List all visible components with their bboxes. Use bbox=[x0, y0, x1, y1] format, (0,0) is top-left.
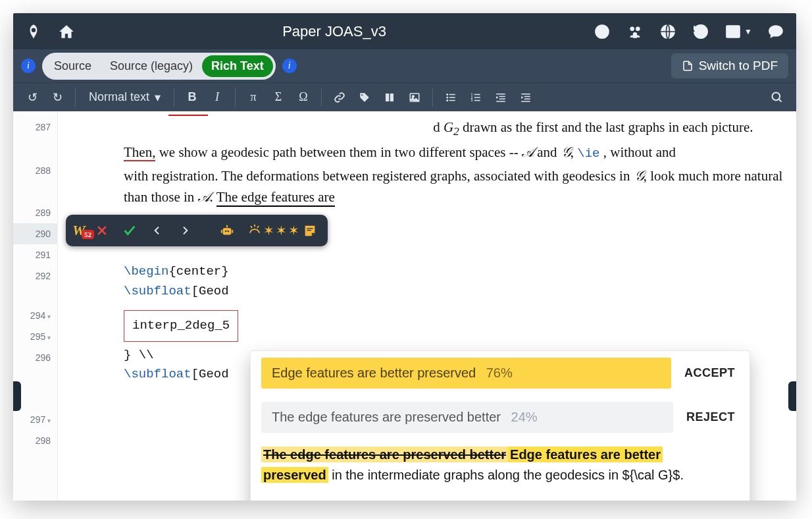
info-icon[interactable]: i bbox=[282, 59, 297, 73]
book-button[interactable] bbox=[378, 86, 401, 109]
logo-icon[interactable] bbox=[18, 16, 49, 47]
svg-point-15 bbox=[446, 99, 448, 101]
svg-rect-25 bbox=[499, 98, 505, 99]
math-symbol: 𝒜 bbox=[522, 144, 534, 160]
svg-rect-16 bbox=[449, 99, 455, 101]
math-subscript: 2 bbox=[453, 124, 459, 138]
latex-command: \subfloat bbox=[124, 367, 191, 381]
line-gutter: 287 288 289 290 291 292 294 295 296 297 … bbox=[13, 111, 58, 501]
latex-command: \subfloat bbox=[124, 284, 191, 298]
prev-icon[interactable] bbox=[146, 219, 168, 242]
paraphrase-icon[interactable] bbox=[243, 219, 266, 242]
link-button[interactable] bbox=[328, 86, 351, 109]
svg-rect-24 bbox=[499, 96, 505, 97]
editor-body: 287 288 289 290 291 292 294 295 296 297 … bbox=[13, 111, 796, 501]
latex-command: \begin bbox=[124, 264, 168, 279]
math-symbol: 𝒢 bbox=[634, 168, 644, 184]
text: drawn as the first and the last graphs i… bbox=[459, 119, 753, 135]
svg-rect-37 bbox=[220, 230, 222, 233]
line-number: 290 bbox=[13, 223, 57, 244]
error-box[interactable]: interp_2deg_5 bbox=[124, 310, 238, 341]
tab-source[interactable]: Source bbox=[45, 55, 101, 77]
more-icon[interactable]: ✶✶✶ bbox=[271, 219, 293, 242]
history-icon[interactable] bbox=[686, 16, 716, 47]
next-icon[interactable] bbox=[174, 219, 196, 242]
line-number: 292 bbox=[13, 265, 57, 287]
layout-icon[interactable]: ▼ bbox=[719, 16, 758, 47]
chat-icon[interactable] bbox=[761, 16, 791, 47]
tab-rich-text[interactable]: Rich Text bbox=[202, 55, 273, 77]
svg-line-32 bbox=[779, 99, 782, 101]
diff-preview: The edge features are preserved betterEd… bbox=[251, 439, 749, 495]
text: interp_2deg_5 bbox=[132, 318, 230, 333]
outdent-button[interactable] bbox=[490, 86, 512, 109]
accept-icon[interactable] bbox=[118, 219, 141, 242]
omega-button[interactable]: Ω bbox=[292, 86, 315, 109]
svg-rect-14 bbox=[449, 97, 455, 98]
svg-rect-40 bbox=[307, 230, 311, 231]
svg-rect-33 bbox=[222, 228, 231, 234]
svg-rect-26 bbox=[496, 101, 505, 102]
svg-rect-23 bbox=[496, 94, 505, 95]
chevron-down-icon: ▾ bbox=[155, 90, 161, 105]
public-icon[interactable] bbox=[653, 16, 683, 47]
spellcheck-error[interactable]: Then, bbox=[124, 144, 155, 161]
share-icon[interactable] bbox=[620, 16, 650, 47]
svg-rect-38 bbox=[232, 230, 233, 233]
line-number: 289 bbox=[13, 202, 57, 223]
home-icon[interactable] bbox=[51, 16, 82, 47]
bold-button[interactable]: B bbox=[181, 86, 203, 109]
note-icon[interactable] bbox=[299, 219, 321, 242]
svg-point-2 bbox=[630, 26, 634, 31]
writefull-badge[interactable]: W52 bbox=[72, 222, 86, 239]
svg-point-11 bbox=[446, 94, 448, 96]
indent-button[interactable] bbox=[515, 86, 537, 109]
reject-icon[interactable] bbox=[91, 219, 113, 242]
document-title: Paper JOAS_v3 bbox=[82, 23, 587, 40]
text: [Geod bbox=[191, 367, 229, 381]
text: [Geod bbox=[191, 284, 229, 298]
suggestion-popup: Edge features are better preserved 76% A… bbox=[250, 350, 750, 501]
numbered-list-button[interactable]: 123 bbox=[465, 86, 487, 109]
mode-tabbar: i Source Source (legacy) Rich Text i Swi… bbox=[13, 49, 796, 82]
left-panel-toggle[interactable] bbox=[13, 381, 21, 411]
sigma-button[interactable]: Σ bbox=[267, 86, 290, 109]
diff-removed: The edge features are preserved better bbox=[261, 447, 508, 462]
suggestion-secondary[interactable]: The edge features are preserved better 2… bbox=[261, 402, 673, 433]
app-window: Paper JOAS_v3 Ab ▼ i bbox=[13, 13, 796, 501]
math-symbol: G bbox=[444, 119, 453, 135]
svg-text:3: 3 bbox=[471, 98, 473, 102]
right-panel-toggle[interactable] bbox=[788, 381, 796, 411]
text: , without and bbox=[599, 144, 676, 160]
math-symbol: 𝒢 bbox=[561, 144, 571, 160]
svg-rect-39 bbox=[307, 228, 313, 229]
suggestion-primary[interactable]: Edge features are better preserved 76% bbox=[261, 358, 671, 389]
italic-button[interactable]: I bbox=[206, 86, 228, 109]
spellcheck-error[interactable]: The edge features are bbox=[216, 189, 335, 207]
info-icon[interactable]: i bbox=[21, 59, 36, 73]
track-changes-icon[interactable]: Ab bbox=[587, 16, 617, 47]
app-header: Paper JOAS_v3 Ab ▼ bbox=[13, 13, 796, 49]
editor-toolbar: ↺ ↻ Normal text ▾ B I π Σ Ω 123 bbox=[13, 82, 796, 111]
svg-text:Ab: Ab bbox=[599, 28, 608, 35]
svg-rect-22 bbox=[474, 99, 480, 101]
svg-rect-20 bbox=[474, 97, 480, 98]
svg-point-31 bbox=[773, 92, 780, 100]
image-button[interactable] bbox=[403, 86, 426, 109]
redo-button[interactable]: ↻ bbox=[46, 86, 68, 109]
math-symbol: 𝒜 bbox=[198, 189, 210, 205]
switch-to-pdf-button[interactable]: Switch to PDF bbox=[671, 53, 788, 78]
robot-icon[interactable] bbox=[216, 219, 238, 242]
accept-button[interactable]: ACCEPT bbox=[684, 366, 739, 380]
tab-source-legacy[interactable]: Source (legacy) bbox=[101, 55, 202, 77]
suggestion-confidence: 76% bbox=[486, 366, 513, 380]
pi-button[interactable]: π bbox=[242, 86, 265, 109]
undo-button[interactable]: ↺ bbox=[21, 86, 43, 109]
search-button[interactable] bbox=[766, 86, 788, 109]
line-number: 297 bbox=[13, 409, 57, 430]
line-number: 291 bbox=[13, 244, 57, 265]
bullet-list-button[interactable] bbox=[440, 86, 462, 109]
style-select[interactable]: Normal text ▾ bbox=[82, 90, 167, 105]
reject-button[interactable]: REJECT bbox=[686, 410, 739, 424]
tag-button[interactable] bbox=[353, 86, 376, 109]
